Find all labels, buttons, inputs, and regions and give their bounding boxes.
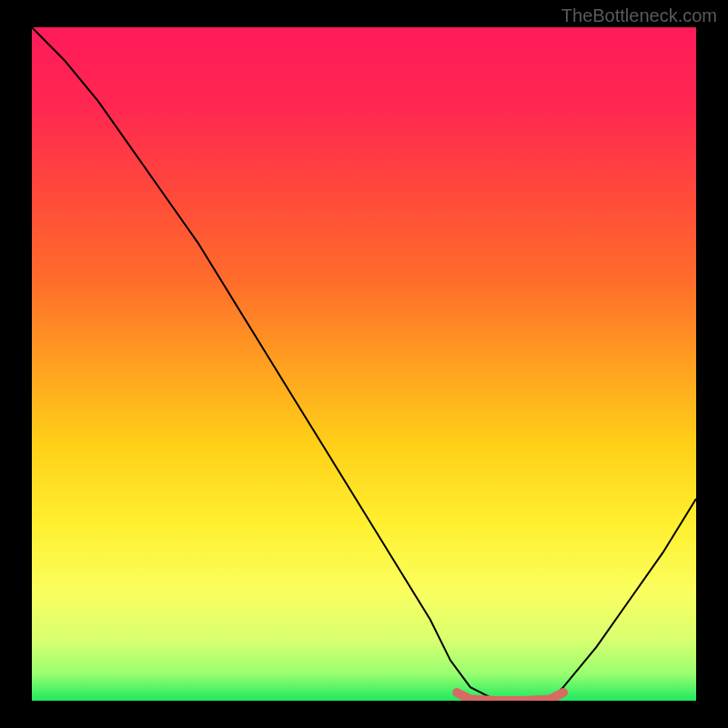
optimal-marker — [457, 693, 563, 701]
chart-area — [32, 27, 696, 701]
watermark-text: TheBottleneck.com — [561, 5, 717, 26]
bottleneck-curve — [32, 27, 696, 701]
curve-layer — [32, 27, 696, 701]
